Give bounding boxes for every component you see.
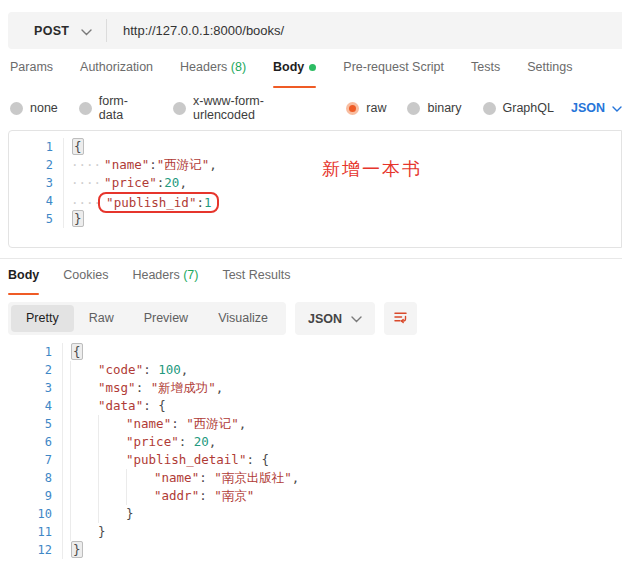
code-line: 5}: [9, 210, 621, 228]
response-tabs: BodyCookiesHeaders (7)Test Results: [8, 268, 622, 295]
view-mode-pretty[interactable]: Pretty: [11, 305, 74, 332]
radio-icon: [483, 102, 496, 115]
raw-language-label: JSON: [571, 101, 605, 115]
indent-guide: [98, 505, 126, 523]
indent-guide: [98, 433, 126, 451]
method-label: POST: [34, 24, 69, 38]
tab-tests[interactable]: Tests: [471, 60, 500, 88]
tab-count-badge: (7): [180, 268, 199, 282]
radio-icon: [173, 102, 186, 115]
line-number: 4: [8, 397, 52, 415]
line-number: 5: [8, 415, 52, 433]
radio-label: x-www-form-urlencoded: [193, 94, 325, 122]
chevron-down-icon: [351, 312, 362, 326]
request-body-editor[interactable]: 1{2····"name":"西游记",3····"price":20,4···…: [8, 130, 622, 248]
indent-guide: [98, 487, 126, 505]
tab-cookies[interactable]: Cookies: [63, 268, 108, 295]
tab-label: Settings: [527, 60, 572, 74]
indent-guide: [70, 469, 98, 487]
radio-icon: [79, 102, 92, 115]
radio-label: none: [30, 101, 58, 115]
code-line: 10}: [8, 505, 622, 523]
line-number: 9: [8, 487, 52, 505]
indent-guide: [98, 415, 126, 433]
view-mode-raw[interactable]: Raw: [74, 305, 129, 332]
code-line: 2"code": 100,: [8, 361, 622, 379]
code-line: 4"data": {: [8, 397, 622, 415]
tab-headers[interactable]: Headers (8): [180, 60, 246, 88]
response-language-select[interactable]: JSON: [295, 302, 375, 335]
tab-label: Body: [273, 60, 304, 74]
code-line: 9"addr": "南京": [8, 487, 622, 505]
tab-body[interactable]: Body: [273, 60, 316, 88]
code-line: 12}: [8, 541, 622, 559]
indent-guide: [70, 379, 98, 397]
tab-label: Authorization: [80, 60, 153, 74]
line-number: 1: [8, 343, 52, 361]
view-mode-segmented: PrettyRawPreviewVisualize: [8, 302, 286, 335]
line-number: 6: [8, 433, 52, 451]
indent-guide: [70, 505, 98, 523]
url-input[interactable]: http://127.0.0.1:8000/books/: [107, 23, 284, 38]
code-line: 1{: [9, 138, 621, 156]
indent-guide: [126, 469, 154, 487]
indent-guide: [70, 451, 98, 469]
tab-settings[interactable]: Settings: [527, 60, 572, 88]
response-controls: PrettyRawPreviewVisualize JSON: [8, 302, 622, 335]
indent-guide: [70, 523, 98, 541]
tab-label: Headers: [132, 268, 179, 282]
highlight-box: "publish_id":1: [98, 192, 219, 213]
tab-headers[interactable]: Headers (7): [132, 268, 198, 295]
line-number: 3: [9, 174, 53, 192]
line-number: 1: [9, 138, 53, 156]
code-line: 4····"publish_id":1: [9, 192, 621, 210]
response-language-label: JSON: [308, 312, 342, 326]
tab-label: Headers: [180, 60, 227, 74]
body-type-form-data[interactable]: form-data: [79, 94, 152, 122]
body-type-binary[interactable]: binary: [407, 101, 461, 115]
code-line: 7"publish_detail": {: [8, 451, 622, 469]
line-number: 3: [8, 379, 52, 397]
tab-label: Params: [10, 60, 53, 74]
view-mode-visualize[interactable]: Visualize: [203, 305, 283, 332]
line-number: 5: [9, 210, 53, 228]
indent-guide: [126, 487, 154, 505]
tab-test-results[interactable]: Test Results: [222, 268, 290, 295]
code-line: 5"name": "西游记",: [8, 415, 622, 433]
tab-params[interactable]: Params: [10, 60, 53, 88]
tab-authorization[interactable]: Authorization: [80, 60, 153, 88]
beautify-button[interactable]: [384, 302, 417, 335]
body-type-x-www-form-urlencoded[interactable]: x-www-form-urlencoded: [173, 94, 325, 122]
line-number: 12: [8, 541, 52, 559]
response-body-editor[interactable]: 1{2"code": 100,3"msg": "新增成功",4"data": {…: [8, 343, 622, 559]
body-type-graphql[interactable]: GraphQL: [483, 101, 554, 115]
request-tabs: ParamsAuthorizationHeaders (8)BodyPre-re…: [10, 60, 622, 88]
tab-label: Pre-request Script: [343, 60, 444, 74]
line-number: 10: [8, 505, 52, 523]
line-number: 11: [8, 523, 52, 541]
indent-guide: [70, 415, 98, 433]
line-number: 2: [8, 361, 52, 379]
chevron-down-icon: [81, 22, 92, 40]
radio-label: form-data: [99, 94, 152, 122]
body-type-none[interactable]: none: [10, 101, 58, 115]
line-number: 8: [8, 469, 52, 487]
code-line: 3····"price":20,: [9, 174, 621, 192]
response-code-lines: 1{2"code": 100,3"msg": "新增成功",4"data": {…: [8, 343, 622, 559]
body-type-raw[interactable]: raw: [346, 101, 386, 115]
indent-guide: [98, 469, 126, 487]
raw-language-select[interactable]: JSON: [571, 101, 622, 115]
indent-guide: [70, 433, 98, 451]
tab-body[interactable]: Body: [8, 268, 39, 295]
request-code-lines: 1{2····"name":"西游记",3····"price":20,4···…: [9, 138, 621, 228]
tab-count-badge: (8): [227, 60, 246, 74]
indent-guide: [98, 451, 126, 469]
method-select[interactable]: POST: [8, 12, 106, 49]
indent-guide: [70, 397, 98, 415]
annotation-text: 新增一本书: [322, 157, 422, 181]
line-number: 7: [8, 451, 52, 469]
code-line: 1{: [8, 343, 622, 361]
tab-pre-request-script[interactable]: Pre-request Script: [343, 60, 444, 88]
radio-icon: [10, 102, 23, 115]
view-mode-preview[interactable]: Preview: [129, 305, 203, 332]
